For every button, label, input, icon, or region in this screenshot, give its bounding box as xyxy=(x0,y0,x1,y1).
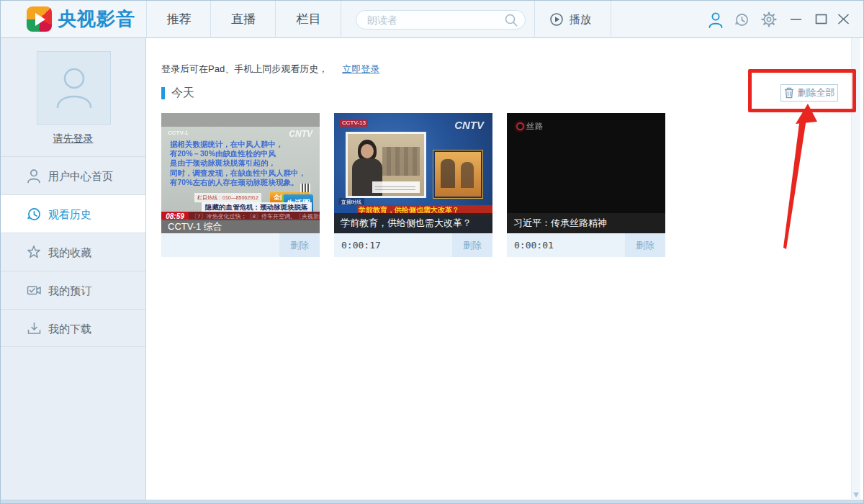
history-icon xyxy=(27,207,42,222)
video-card: CCTV-1 CNTV 据相关数据统计，在中风人群中， 有20%－30%由缺血性… xyxy=(161,113,320,257)
program-logo: 丝路 xyxy=(516,121,544,132)
minimize-button[interactable] xyxy=(790,14,802,24)
watermark: CNTV xyxy=(454,119,484,131)
section-header-today: 今天 xyxy=(161,86,194,101)
delete-button[interactable]: 删除 xyxy=(452,233,492,257)
app-title: 央视影音 xyxy=(58,6,135,32)
sidebar: 请先登录 用户中心首页 观看历史 xyxy=(1,38,146,503)
logo-ring-icon xyxy=(516,122,524,130)
login-now-link[interactable]: 立即登录 xyxy=(342,63,379,74)
tab-recommend[interactable]: 推荐 xyxy=(147,1,211,38)
card-footer: 删除 xyxy=(161,233,320,257)
search-icon[interactable] xyxy=(504,13,519,28)
sidebar-item-watch-history[interactable]: 观看历史 xyxy=(1,194,145,233)
history-icon[interactable] xyxy=(734,12,750,27)
trash-icon xyxy=(784,87,794,99)
scroll-down-arrow[interactable] xyxy=(853,492,859,498)
app-logo-icon xyxy=(27,6,52,32)
play-circle-icon xyxy=(549,12,564,27)
sidebar-item-favorites[interactable]: 我的收藏 xyxy=(1,233,145,271)
video-thumbnail[interactable]: CCTV-13 CNTV 直播时线 学前教育，供给侧也需大改革？ 学前教育，供给… xyxy=(334,113,492,233)
sync-notice-text: 登录后可在Pad、手机上同步观看历史， xyxy=(161,63,328,74)
app-logo[interactable]: 央视影音 xyxy=(27,6,135,32)
tab-live[interactable]: 直播 xyxy=(211,1,276,38)
login-prompt-link[interactable]: 请先登录 xyxy=(1,132,145,145)
settings-gear-icon[interactable] xyxy=(761,12,777,27)
sidebar-item-downloads[interactable]: 我的下载 xyxy=(1,309,145,347)
sidebar-item-label: 我的下载 xyxy=(48,310,91,348)
avatar[interactable] xyxy=(37,51,111,125)
sidebar-item-user-center[interactable]: 用户中心首页 xyxy=(1,156,145,194)
video-duration: 0:00:17 xyxy=(341,233,381,257)
delete-all-button[interactable]: 删除全部 xyxy=(780,84,838,102)
divider xyxy=(534,1,535,38)
title-bar: 央视影音 推荐 直播 栏目 播放 xyxy=(1,1,863,38)
studio-inset-left xyxy=(346,132,426,198)
commentator-figure xyxy=(361,144,374,158)
card-footer: 0:00:17 删除 xyxy=(334,233,492,257)
letterbox-bar xyxy=(161,113,320,127)
sidebar-item-label: 我的收藏 xyxy=(48,233,91,271)
avatar-person-icon xyxy=(52,64,96,112)
video-card: CCTV-13 CNTV 直播时线 学前教育，供给侧也需大改革？ 学前教育，供给… xyxy=(334,113,492,257)
video-title: 学前教育，供给侧也需大改革？ xyxy=(334,213,492,233)
sidebar-item-label: 观看历史 xyxy=(48,195,91,233)
section-accent-bar xyxy=(161,87,165,99)
section-title: 今天 xyxy=(171,86,194,101)
delete-all-label: 删除全部 xyxy=(798,86,835,99)
sidebar-item-reservations[interactable]: 我的预订 xyxy=(1,271,145,309)
window-bottom-edge xyxy=(1,500,863,503)
delete-button[interactable]: 删除 xyxy=(279,233,320,257)
sync-notice: 登录后可在Pad、手机上同步观看历史，立即登录 xyxy=(161,63,379,76)
video-title: 习近平：传承丝路精神 xyxy=(507,213,665,233)
card-footer: 0:00:01 删除 xyxy=(507,233,665,257)
divider xyxy=(611,1,611,38)
watermark: CNTV xyxy=(289,129,312,139)
studio-inset-right xyxy=(433,150,482,198)
sidebar-item-label: 我的预订 xyxy=(48,271,91,310)
user-icon xyxy=(27,168,41,184)
thumbnail-caption-text: 据相关数据统计，在中风人群中， 有20%－30%由缺血性栓的中风 是由于颈动脉斑… xyxy=(170,140,314,187)
close-button[interactable] xyxy=(837,14,850,24)
tab-channels[interactable]: 栏目 xyxy=(276,1,341,38)
download-icon xyxy=(27,321,42,336)
channel-logo: CCTV-1 xyxy=(168,130,188,136)
headline-banner: 隐藏的血管危机：颈动脉斑块脱落 xyxy=(202,202,312,212)
play-label: 播放 xyxy=(570,13,591,27)
star-icon xyxy=(27,245,41,259)
video-card: 丝路 习近平：传承丝路精神 0:00:01 删除 xyxy=(507,113,665,257)
app-window: 央视影音 推荐 直播 栏目 播放 xyxy=(0,0,864,504)
video-thumbnail[interactable]: 丝路 习近平：传承丝路精神 xyxy=(507,113,665,233)
delete-button[interactable]: 删除 xyxy=(625,233,665,257)
caption-box xyxy=(372,181,420,193)
reservation-camera-icon xyxy=(27,283,42,297)
video-title: CCTV-1 综合 xyxy=(161,220,320,233)
video-thumbnail[interactable]: CCTV-1 CNTV 据相关数据统计，在中风人群中， 有20%－30%由缺血性… xyxy=(161,113,320,233)
scrollbar-track[interactable] xyxy=(851,38,860,499)
search-box xyxy=(356,10,526,30)
sidebar-menu: 用户中心首页 观看历史 我的收藏 xyxy=(1,156,145,347)
search-input[interactable] xyxy=(367,11,500,29)
sidebar-item-label: 用户中心首页 xyxy=(48,157,113,195)
classroom-scene xyxy=(382,147,420,176)
video-duration: 0:00:01 xyxy=(514,233,554,257)
user-icon[interactable] xyxy=(708,12,724,29)
channel-logo: CCTV-13 xyxy=(340,119,368,127)
maximize-button[interactable] xyxy=(815,14,827,24)
play-button[interactable]: 播放 xyxy=(549,1,591,38)
hotline-text: 栏目热线：010—85062912 xyxy=(194,193,261,202)
logo-text: 丝路 xyxy=(526,121,544,132)
